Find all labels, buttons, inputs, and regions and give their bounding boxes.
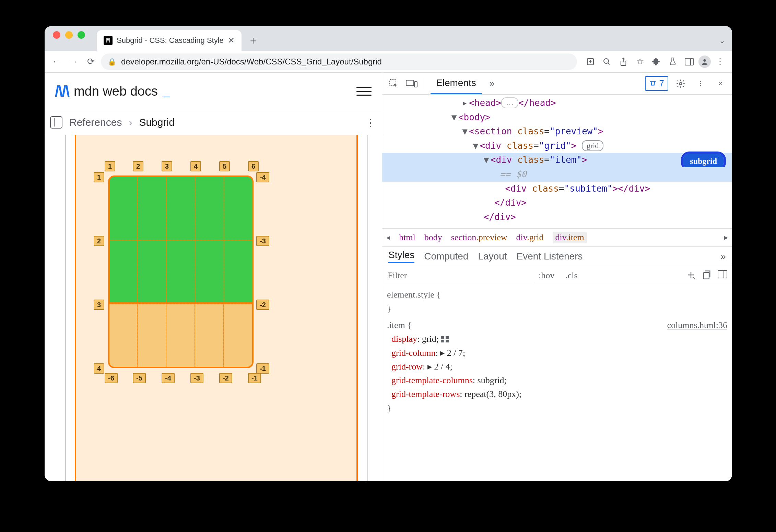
chrome-menu-icon[interactable]: ⋮ [713,55,727,69]
breadcrumb-next-icon[interactable]: ▸ [724,233,728,242]
computed-tab[interactable]: Computed [424,251,468,262]
svg-point-5 [703,59,706,61]
grid-label: 2 [133,161,143,171]
grid-overlay: 1 2 3 4 5 6 1 2 3 4 -4 -3 -2 -1 [108,176,254,368]
grid-label: -1 [256,363,269,374]
styles-tab[interactable]: Styles [388,250,414,263]
grid-label: -3 [256,236,269,246]
new-tab-button[interactable]: ＋ [246,33,261,48]
share-icon[interactable] [616,55,631,69]
profile-avatar[interactable] [698,56,711,68]
dom-tree[interactable]: ▸<head>…</head> ▼<body> ▼<section class=… [382,95,732,228]
grid-label: -1 [248,373,261,383]
breadcrumb-references[interactable]: References [69,117,122,128]
tab-title: Subgrid - CSS: Cascading Style [117,36,224,45]
grid-label: 3 [94,300,104,310]
mdn-cursor: _ [163,85,170,98]
svg-point-9 [680,82,682,85]
labs-icon[interactable] [666,55,680,69]
close-window-icon[interactable] [53,31,60,39]
grid-label: -6 [105,373,118,383]
back-button[interactable]: ← [49,55,64,69]
hov-toggle[interactable]: :hov [533,270,560,281]
grid-label: -2 [219,373,232,383]
breadcrumb-item[interactable]: div.grid [516,232,544,243]
svg-rect-3 [685,58,693,65]
toggle-sidebar-icon[interactable] [718,270,727,281]
tabs-overflow-icon[interactable]: ⌄ [719,36,725,45]
grid-label: -5 [133,373,146,383]
zoom-window-icon[interactable] [78,31,85,39]
svg-rect-8 [414,82,417,87]
close-tab-icon[interactable]: ✕ [228,36,235,45]
svg-rect-11 [718,270,727,278]
styles-filter-bar: :hov .cls [382,266,732,285]
grid-label: 4 [190,161,201,171]
address-bar[interactable]: 🔒 developer.mozilla.org/en-US/docs/Web/C… [101,53,577,70]
issues-button[interactable]: 7 [645,76,668,91]
layout-tab[interactable]: Layout [478,251,507,262]
grid-label: 6 [248,161,259,171]
grid-label: -4 [162,373,175,383]
extensions-icon[interactable] [649,55,663,69]
devtools-menu-icon[interactable]: ⋮ [693,76,708,91]
svg-rect-10 [704,273,709,279]
mdn-breadcrumbs: References › Subgrid ⋮ [45,110,382,135]
new-style-icon[interactable] [686,270,696,281]
breadcrumb-item[interactable]: div.item [553,232,587,243]
sidebar-toggle-icon[interactable] [50,116,62,129]
dom-breadcrumb: ◂ html body section.preview div.grid div… [382,228,732,247]
lock-icon: 🔒 [108,58,116,66]
zoom-icon[interactable] [600,55,614,69]
grid-glyph-icon[interactable] [441,336,449,342]
breadcrumb-prev-icon[interactable]: ◂ [386,233,390,242]
grid-label: 4 [94,363,104,374]
device-toggle-icon[interactable] [404,76,419,91]
styles-pane[interactable]: element.style { } columns.html:36.item {… [382,285,732,481]
breadcrumb-item[interactable]: body [424,232,442,243]
page-actions-icon[interactable]: ⋮ [365,117,376,129]
mdn-mark-icon: /\/\ [55,84,69,99]
browser-tab[interactable]: M Subgrid - CSS: Cascading Style ✕ [97,30,242,51]
settings-icon[interactable] [673,76,688,91]
source-link[interactable]: columns.html:36 [667,318,728,332]
example-frame: 1 2 3 4 5 6 1 2 3 4 -4 -3 -2 -1 [45,135,382,481]
more-subtabs-icon[interactable]: » [720,251,726,262]
reload-button[interactable]: ⟳ [84,55,98,69]
minimize-window-icon[interactable] [65,31,73,39]
copy-styles-icon[interactable] [702,270,712,281]
window-controls [45,31,93,46]
more-tabs-icon[interactable]: » [484,76,499,91]
bookmark-icon[interactable]: ☆ [633,55,647,69]
forward-button[interactable]: → [67,55,81,69]
styles-filter-input[interactable] [382,266,533,285]
breadcrumb-item[interactable]: html [399,232,415,243]
selected-dom-node[interactable]: ▼<div class="item">subgrid [382,153,732,167]
subgrid-badge[interactable]: subgrid [683,154,724,169]
install-icon[interactable] [583,55,598,69]
svg-rect-7 [406,80,414,86]
breadcrumb-item[interactable]: section.preview [451,232,507,243]
event-listeners-tab[interactable]: Event Listeners [517,251,583,262]
grid-label: 5 [219,161,230,171]
grid-label: -3 [190,373,203,383]
inspect-icon[interactable] [386,76,401,91]
elements-tab[interactable]: Elements [431,73,482,94]
grid-label: -4 [256,172,269,182]
breadcrumb-subgrid: Subgrid [139,117,174,128]
cls-toggle[interactable]: .cls [560,270,583,281]
mdn-logo[interactable]: /\/\ mdn web docs _ [55,84,170,99]
hamburger-menu-icon[interactable] [356,84,372,99]
grid-label: 3 [162,161,172,171]
grid-label: 1 [105,161,115,171]
grid-label: 1 [94,172,104,182]
mdn-header: /\/\ mdn web docs _ [45,73,382,110]
page-content: /\/\ mdn web docs _ References › Subgrid… [45,73,382,481]
close-devtools-icon[interactable]: ✕ [713,76,728,91]
grid-badge[interactable]: grid [582,140,603,151]
grid-label: -2 [256,300,269,310]
grid-label: 2 [94,236,104,246]
issues-count: 7 [659,78,664,89]
browser-toolbar: ← → ⟳ 🔒 developer.mozilla.org/en-US/docs… [45,51,732,73]
sidepanel-icon[interactable] [682,55,696,69]
